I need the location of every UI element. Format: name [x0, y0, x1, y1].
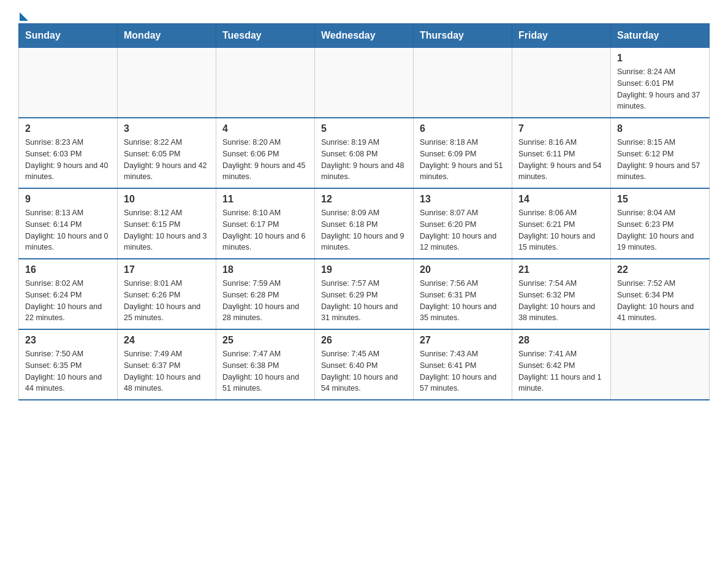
- calendar-cell: [118, 48, 216, 118]
- calendar-cell: [414, 48, 512, 118]
- day-number: 18: [222, 264, 308, 275]
- calendar-cell: 16Sunrise: 8:02 AM Sunset: 6:24 PM Dayli…: [19, 259, 118, 329]
- calendar-cell: 6Sunrise: 8:18 AM Sunset: 6:09 PM Daylig…: [414, 118, 512, 188]
- calendar-cell: 9Sunrise: 8:13 AM Sunset: 6:14 PM Daylig…: [19, 188, 118, 259]
- day-number: 28: [518, 335, 604, 346]
- day-info: Sunrise: 7:59 AM Sunset: 6:28 PM Dayligh…: [222, 278, 308, 324]
- calendar-cell: 21Sunrise: 7:54 AM Sunset: 6:32 PM Dayli…: [512, 259, 611, 329]
- page-header: [18, 12, 710, 17]
- calendar-cell: 4Sunrise: 8:20 AM Sunset: 6:06 PM Daylig…: [216, 118, 315, 188]
- calendar-cell: 22Sunrise: 7:52 AM Sunset: 6:34 PM Dayli…: [611, 259, 710, 329]
- day-number: 14: [518, 194, 604, 205]
- calendar-cell: 8Sunrise: 8:15 AM Sunset: 6:12 PM Daylig…: [611, 118, 710, 188]
- calendar-cell: 17Sunrise: 8:01 AM Sunset: 6:26 PM Dayli…: [118, 259, 216, 329]
- day-info: Sunrise: 8:12 AM Sunset: 6:15 PM Dayligh…: [124, 207, 210, 253]
- calendar-week-row: 1Sunrise: 8:24 AM Sunset: 6:01 PM Daylig…: [19, 48, 710, 118]
- weekday-header-sunday: Sunday: [19, 24, 118, 48]
- calendar-week-row: 9Sunrise: 8:13 AM Sunset: 6:14 PM Daylig…: [19, 188, 710, 259]
- calendar-cell: 1Sunrise: 8:24 AM Sunset: 6:01 PM Daylig…: [611, 48, 710, 118]
- calendar-week-row: 16Sunrise: 8:02 AM Sunset: 6:24 PM Dayli…: [19, 259, 710, 329]
- day-number: 10: [124, 194, 210, 205]
- logo: [18, 12, 28, 17]
- day-info: Sunrise: 7:43 AM Sunset: 6:41 PM Dayligh…: [420, 348, 506, 394]
- day-number: 8: [617, 123, 703, 134]
- calendar-cell: 25Sunrise: 7:47 AM Sunset: 6:38 PM Dayli…: [216, 329, 315, 400]
- day-number: 27: [420, 335, 506, 346]
- calendar-cell: 3Sunrise: 8:22 AM Sunset: 6:05 PM Daylig…: [118, 118, 216, 188]
- day-number: 9: [25, 194, 111, 205]
- weekday-header-friday: Friday: [512, 24, 611, 48]
- day-number: 24: [124, 335, 210, 346]
- day-number: 7: [518, 123, 604, 134]
- calendar-cell: 18Sunrise: 7:59 AM Sunset: 6:28 PM Dayli…: [216, 259, 315, 329]
- day-number: 22: [617, 264, 703, 275]
- day-number: 25: [222, 335, 308, 346]
- day-info: Sunrise: 7:56 AM Sunset: 6:31 PM Dayligh…: [420, 278, 506, 324]
- calendar-cell: 10Sunrise: 8:12 AM Sunset: 6:15 PM Dayli…: [118, 188, 216, 259]
- day-info: Sunrise: 8:19 AM Sunset: 6:08 PM Dayligh…: [321, 137, 407, 183]
- calendar-cell: 27Sunrise: 7:43 AM Sunset: 6:41 PM Dayli…: [414, 329, 512, 400]
- day-number: 11: [222, 194, 308, 205]
- weekday-header-row: SundayMondayTuesdayWednesdayThursdayFrid…: [19, 24, 710, 48]
- calendar-cell: 26Sunrise: 7:45 AM Sunset: 6:40 PM Dayli…: [315, 329, 414, 400]
- day-number: 19: [321, 264, 407, 275]
- weekday-header-monday: Monday: [118, 24, 216, 48]
- day-number: 16: [25, 264, 111, 275]
- day-info: Sunrise: 8:22 AM Sunset: 6:05 PM Dayligh…: [124, 137, 210, 183]
- day-info: Sunrise: 8:04 AM Sunset: 6:23 PM Dayligh…: [617, 207, 703, 253]
- day-info: Sunrise: 7:52 AM Sunset: 6:34 PM Dayligh…: [617, 278, 703, 324]
- weekday-header-wednesday: Wednesday: [315, 24, 414, 48]
- calendar-week-row: 23Sunrise: 7:50 AM Sunset: 6:35 PM Dayli…: [19, 329, 710, 400]
- calendar-cell: 23Sunrise: 7:50 AM Sunset: 6:35 PM Dayli…: [19, 329, 118, 400]
- day-info: Sunrise: 7:57 AM Sunset: 6:29 PM Dayligh…: [321, 278, 407, 324]
- day-number: 6: [420, 123, 506, 134]
- day-info: Sunrise: 8:15 AM Sunset: 6:12 PM Dayligh…: [617, 137, 703, 183]
- calendar-cell: 20Sunrise: 7:56 AM Sunset: 6:31 PM Dayli…: [414, 259, 512, 329]
- calendar-cell: 14Sunrise: 8:06 AM Sunset: 6:21 PM Dayli…: [512, 188, 611, 259]
- weekday-header-saturday: Saturday: [611, 24, 710, 48]
- day-number: 2: [25, 123, 111, 134]
- day-info: Sunrise: 8:23 AM Sunset: 6:03 PM Dayligh…: [25, 137, 111, 183]
- day-number: 23: [25, 335, 111, 346]
- day-info: Sunrise: 7:45 AM Sunset: 6:40 PM Dayligh…: [321, 348, 407, 394]
- day-info: Sunrise: 8:07 AM Sunset: 6:20 PM Dayligh…: [420, 207, 506, 253]
- day-info: Sunrise: 7:54 AM Sunset: 6:32 PM Dayligh…: [518, 278, 604, 324]
- day-number: 4: [222, 123, 308, 134]
- calendar-cell: 13Sunrise: 8:07 AM Sunset: 6:20 PM Dayli…: [414, 188, 512, 259]
- day-number: 5: [321, 123, 407, 134]
- day-number: 20: [420, 264, 506, 275]
- day-number: 21: [518, 264, 604, 275]
- calendar-cell: 28Sunrise: 7:41 AM Sunset: 6:42 PM Dayli…: [512, 329, 611, 400]
- weekday-header-tuesday: Tuesday: [216, 24, 315, 48]
- day-number: 26: [321, 335, 407, 346]
- calendar-body: 1Sunrise: 8:24 AM Sunset: 6:01 PM Daylig…: [19, 48, 710, 400]
- calendar-cell: 11Sunrise: 8:10 AM Sunset: 6:17 PM Dayli…: [216, 188, 315, 259]
- day-info: Sunrise: 7:49 AM Sunset: 6:37 PM Dayligh…: [124, 348, 210, 394]
- day-info: Sunrise: 8:24 AM Sunset: 6:01 PM Dayligh…: [617, 66, 703, 112]
- day-number: 12: [321, 194, 407, 205]
- calendar-cell: [315, 48, 414, 118]
- calendar-cell: 19Sunrise: 7:57 AM Sunset: 6:29 PM Dayli…: [315, 259, 414, 329]
- calendar-cell: [611, 329, 710, 400]
- day-info: Sunrise: 7:50 AM Sunset: 6:35 PM Dayligh…: [25, 348, 111, 394]
- calendar-cell: [19, 48, 118, 118]
- calendar-table: SundayMondayTuesdayWednesdayThursdayFrid…: [18, 23, 710, 400]
- day-number: 13: [420, 194, 506, 205]
- calendar-week-row: 2Sunrise: 8:23 AM Sunset: 6:03 PM Daylig…: [19, 118, 710, 188]
- day-info: Sunrise: 8:01 AM Sunset: 6:26 PM Dayligh…: [124, 278, 210, 324]
- day-info: Sunrise: 7:41 AM Sunset: 6:42 PM Dayligh…: [518, 348, 604, 394]
- day-info: Sunrise: 8:13 AM Sunset: 6:14 PM Dayligh…: [25, 207, 111, 253]
- day-number: 15: [617, 194, 703, 205]
- calendar-cell: 12Sunrise: 8:09 AM Sunset: 6:18 PM Dayli…: [315, 188, 414, 259]
- day-info: Sunrise: 8:16 AM Sunset: 6:11 PM Dayligh…: [518, 137, 604, 183]
- logo-triangle-icon: [20, 12, 28, 21]
- calendar-cell: 7Sunrise: 8:16 AM Sunset: 6:11 PM Daylig…: [512, 118, 611, 188]
- day-info: Sunrise: 8:02 AM Sunset: 6:24 PM Dayligh…: [25, 278, 111, 324]
- day-info: Sunrise: 8:10 AM Sunset: 6:17 PM Dayligh…: [222, 207, 308, 253]
- day-info: Sunrise: 8:06 AM Sunset: 6:21 PM Dayligh…: [518, 207, 604, 253]
- day-info: Sunrise: 8:20 AM Sunset: 6:06 PM Dayligh…: [222, 137, 308, 183]
- calendar-cell: 15Sunrise: 8:04 AM Sunset: 6:23 PM Dayli…: [611, 188, 710, 259]
- calendar-cell: 24Sunrise: 7:49 AM Sunset: 6:37 PM Dayli…: [118, 329, 216, 400]
- day-info: Sunrise: 7:47 AM Sunset: 6:38 PM Dayligh…: [222, 348, 308, 394]
- weekday-header-thursday: Thursday: [414, 24, 512, 48]
